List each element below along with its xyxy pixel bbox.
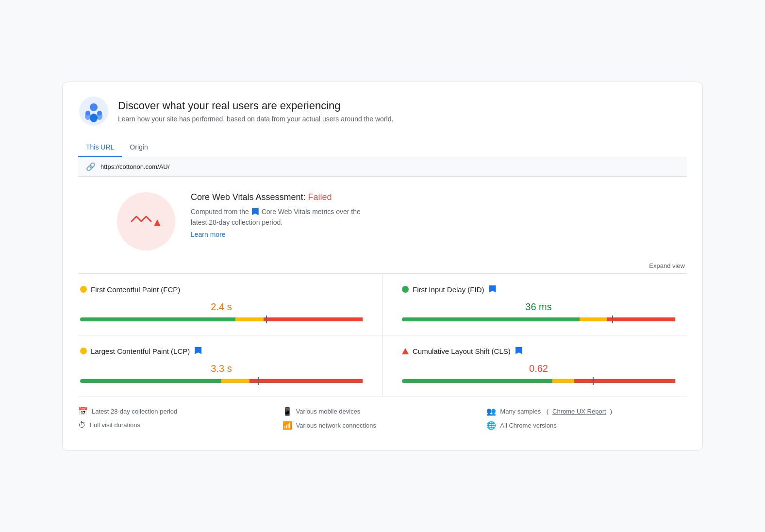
footer-item-samples: 👥 Many samples (Chrome UX Report)	[486, 407, 687, 416]
svg-point-1	[90, 103, 98, 111]
fid-dot	[402, 286, 409, 293]
lcp-bar-green	[80, 379, 221, 383]
fid-bar-orange	[580, 317, 607, 321]
footer-mobile-text: Various mobile devices	[296, 408, 361, 415]
network-icon: 📶	[283, 421, 292, 430]
header-text: Discover what your real users are experi…	[118, 99, 393, 123]
lcp-label: Largest Contentful Paint (LCP)	[91, 347, 190, 355]
lcp-bar-red	[249, 379, 363, 383]
samples-icon: 👥	[486, 407, 496, 416]
footer-col2: 📱 Various mobile devices 📶 Various netwo…	[283, 407, 483, 435]
header-subtitle: Learn how your site has performed, based…	[118, 115, 393, 123]
tab-origin[interactable]: Origin	[122, 138, 155, 157]
cwv-bookmark-icon	[252, 208, 259, 216]
lcp-bookmark-icon	[195, 347, 201, 355]
footer-samples-text: Many samples	[500, 408, 541, 415]
svg-point-5	[85, 111, 90, 116]
fid-label: First Input Delay (FID)	[413, 285, 484, 294]
footer-network-text: Various network connections	[296, 422, 376, 429]
footer-collection-period-text: Latest 28-day collection period	[92, 408, 177, 415]
fid-value: 36 ms	[402, 301, 675, 313]
lcp-header: Largest Contentful Paint (LCP)	[80, 347, 363, 355]
assessment-title: Core Web Vitals Assessment: Failed	[191, 192, 375, 202]
assessment-status: Failed	[308, 192, 332, 202]
fcp-bar-orange	[235, 317, 264, 321]
cls-value: 0.62	[402, 363, 675, 374]
tabs: This URL Origin	[78, 138, 687, 157]
fcp-value: 2.4 s	[80, 301, 363, 313]
header: Discover what your real users are experi…	[78, 96, 687, 127]
chrome-ux-report-link[interactable]: Chrome UX Report	[552, 408, 606, 415]
mobile-icon: 📱	[283, 407, 292, 416]
lcp-dot	[80, 348, 87, 354]
url-bar: 🔗 https://cottonon.com/AU/	[78, 157, 687, 177]
fcp-label: First Contentful Paint (FCP)	[91, 285, 180, 294]
cls-label: Cumulative Layout Shift (CLS)	[413, 347, 511, 355]
svg-point-6	[97, 111, 102, 116]
cls-bar-red	[574, 379, 675, 383]
cls-bar-marker	[593, 377, 594, 385]
footer-item-collection-period: 📅 Latest 28-day collection period	[78, 407, 279, 416]
calendar-icon: 📅	[78, 407, 88, 416]
footer-info: 📅 Latest 28-day collection period ⏱ Full…	[78, 397, 687, 437]
expand-view-button[interactable]: Expand view	[649, 262, 685, 269]
assessment-description: Computed from the Core Web Vitals metric…	[191, 206, 375, 228]
expand-row: Expand view	[78, 262, 687, 269]
metric-fid: First Input Delay (FID) 36 ms	[382, 274, 687, 335]
footer-item-network: 📶 Various network connections	[283, 421, 483, 430]
fid-header: First Input Delay (FID)	[402, 285, 675, 294]
fid-bar-red	[607, 317, 675, 321]
fid-bar-marker	[612, 316, 613, 323]
main-card: Discover what your real users are experi…	[62, 82, 703, 451]
assessment-circle	[117, 192, 175, 250]
footer-col3: 👥 Many samples (Chrome UX Report) 🌐 All …	[486, 407, 687, 435]
tab-this-url[interactable]: This URL	[78, 138, 122, 157]
fcp-header: First Contentful Paint (FCP)	[80, 285, 363, 294]
metrics-grid: First Contentful Paint (FCP) 2.4 s First…	[78, 273, 687, 397]
timer-icon: ⏱	[78, 421, 86, 430]
metric-lcp: Largest Contentful Paint (LCP) 3.3 s	[78, 335, 382, 397]
footer-item-mobile: 📱 Various mobile devices	[283, 407, 483, 416]
svg-point-4	[90, 114, 98, 122]
lcp-bar-orange	[221, 379, 249, 383]
footer-visit-duration-text: Full visit durations	[90, 421, 140, 429]
metric-fcp: First Contentful Paint (FCP) 2.4 s	[78, 274, 382, 335]
chrome-icon: 🌐	[486, 421, 496, 430]
fcp-bar-marker	[266, 316, 267, 323]
url-text: https://cottonon.com/AU/	[100, 163, 169, 170]
header-title: Discover what your real users are experi…	[118, 99, 393, 113]
fid-bar-green	[402, 317, 580, 321]
assessment-icon	[129, 212, 163, 231]
svg-marker-7	[154, 219, 160, 225]
footer-item-visit-durations: ⏱ Full visit durations	[78, 421, 279, 430]
header-icon	[78, 96, 109, 127]
cls-dot	[402, 348, 409, 354]
assessment-section: Core Web Vitals Assessment: Failed Compu…	[78, 177, 687, 262]
learn-more-link[interactable]: Learn more	[191, 231, 226, 238]
link-icon: 🔗	[86, 162, 96, 171]
fcp-bar-red	[264, 317, 363, 321]
lcp-bar-marker	[258, 377, 259, 385]
cls-bar-green	[402, 379, 552, 383]
fid-bar	[402, 317, 675, 321]
fcp-bar	[80, 317, 363, 321]
assessment-text: Core Web Vitals Assessment: Failed Compu…	[191, 192, 375, 239]
cls-header: Cumulative Layout Shift (CLS)	[402, 347, 675, 355]
fcp-bar-green	[80, 317, 235, 321]
cls-bookmark-icon	[516, 347, 522, 355]
metric-cls: Cumulative Layout Shift (CLS) 0.62	[382, 335, 687, 397]
fcp-dot	[80, 286, 87, 293]
lcp-value: 3.3 s	[80, 363, 363, 374]
cls-bar	[402, 379, 675, 383]
lcp-bar	[80, 379, 363, 383]
cls-bar-orange	[552, 379, 574, 383]
footer-item-chrome-versions: 🌐 All Chrome versions	[486, 421, 687, 430]
fid-bookmark-icon	[489, 285, 496, 293]
footer-col1: 📅 Latest 28-day collection period ⏱ Full…	[78, 407, 279, 435]
footer-chrome-versions-text: All Chrome versions	[500, 422, 556, 429]
